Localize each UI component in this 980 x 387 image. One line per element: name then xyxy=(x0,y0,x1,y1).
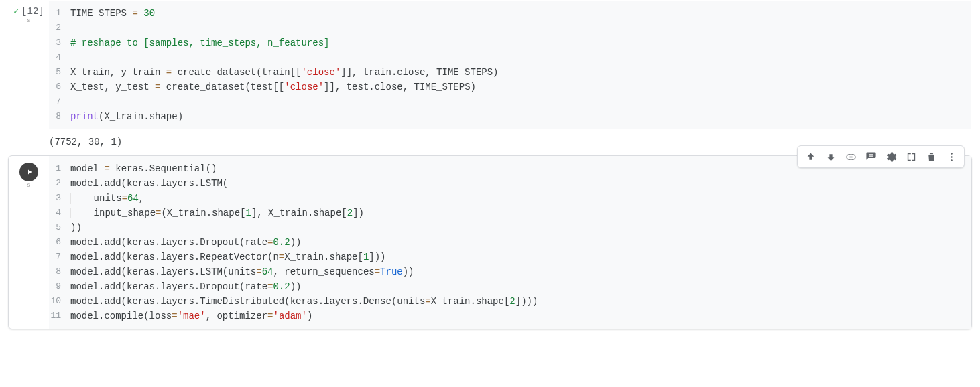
cell-toolbar xyxy=(797,145,965,168)
line-number: 3 xyxy=(49,191,70,206)
line-content[interactable]: model.add(keras.layers.Dropout(rate=0.2)… xyxy=(70,279,971,294)
code-line[interactable]: 3# reshape to [samples, time_steps, n_fe… xyxy=(49,35,971,50)
code-line[interactable]: 2 xyxy=(49,21,971,35)
svg-point-1 xyxy=(951,156,953,158)
code-cell-executed: ✓ [12] s 1TIME_STEPS = 3023# reshape to … xyxy=(8,0,972,155)
code-line[interactable]: 9model.add(keras.layers.Dropout(rate=0.2… xyxy=(49,279,971,294)
code-line[interactable]: 3 units=64, xyxy=(49,191,971,206)
exec-time: s xyxy=(27,182,30,189)
line-number: 6 xyxy=(49,235,70,250)
code-line[interactable]: 1TIME_STEPS = 30 xyxy=(49,6,971,21)
line-number: 9 xyxy=(49,279,70,294)
code-line[interactable]: 11model.compile(loss='mae', optimizer='a… xyxy=(49,309,971,323)
line-content[interactable]: model.add(keras.layers.TimeDistributed(k… xyxy=(70,294,971,309)
line-content[interactable]: X_train, y_train = create_dataset(train[… xyxy=(70,65,971,80)
move-down-button[interactable] xyxy=(820,147,841,166)
line-number: 2 xyxy=(49,21,70,35)
code-line[interactable]: 5)) xyxy=(49,220,971,235)
link-button[interactable] xyxy=(841,147,861,166)
code-line[interactable]: 8print(X_train.shape) xyxy=(49,109,971,124)
svg-point-0 xyxy=(951,153,953,155)
line-number: 1 xyxy=(49,161,70,176)
line-content[interactable]: model.add(keras.layers.LSTM(units=64, re… xyxy=(70,264,971,279)
cell-gutter: s xyxy=(9,156,49,189)
line-number: 8 xyxy=(49,109,70,124)
code-line[interactable]: 2model.add(keras.layers.LSTM( xyxy=(49,176,971,191)
line-content[interactable]: input_shape=(X_train.shape[1], X_train.s… xyxy=(70,206,971,220)
line-number: 2 xyxy=(49,176,70,191)
code-line[interactable]: 7 xyxy=(49,94,971,109)
line-number: 7 xyxy=(49,94,70,109)
line-content[interactable]: print(X_train.shape) xyxy=(70,109,971,124)
code-editor[interactable]: 1model = keras.Sequential()2model.add(ke… xyxy=(49,156,971,329)
code-line[interactable]: 4 input_shape=(X_train.shape[1], X_train… xyxy=(49,206,971,220)
ruler-line xyxy=(609,6,609,124)
code-line[interactable]: 6X_test, y_test = create_dataset(test[['… xyxy=(49,80,971,94)
run-button[interactable] xyxy=(19,163,38,181)
line-number: 4 xyxy=(49,206,70,220)
code-cell-active: s 1model = keras.Sequential()2model.add(… xyxy=(8,155,972,329)
line-content[interactable]: )) xyxy=(70,220,971,235)
code-line[interactable]: 6model.add(keras.layers.Dropout(rate=0.2… xyxy=(49,235,971,250)
line-content[interactable]: TIME_STEPS = 30 xyxy=(70,6,971,21)
settings-button[interactable] xyxy=(881,147,901,166)
code-editor[interactable]: 1TIME_STEPS = 3023# reshape to [samples,… xyxy=(49,1,971,129)
code-line[interactable]: 10model.add(keras.layers.TimeDistributed… xyxy=(49,294,971,309)
line-content[interactable]: model.add(keras.layers.Dropout(rate=0.2)… xyxy=(70,235,971,250)
line-number: 4 xyxy=(49,50,70,65)
line-number: 5 xyxy=(49,220,70,235)
line-number: 6 xyxy=(49,80,70,94)
line-number: 8 xyxy=(49,264,70,279)
line-content[interactable]: model.add(keras.layers.LSTM( xyxy=(70,176,971,191)
notebook-container: ✓ [12] s 1TIME_STEPS = 3023# reshape to … xyxy=(0,0,980,337)
move-up-button[interactable] xyxy=(800,147,820,166)
play-icon xyxy=(25,168,34,176)
line-number: 5 xyxy=(49,65,70,80)
line-number: 1 xyxy=(49,6,70,21)
code-line[interactable]: 8model.add(keras.layers.LSTM(units=64, r… xyxy=(49,264,971,279)
line-content[interactable]: X_test, y_test = create_dataset(test[['c… xyxy=(70,80,971,94)
line-content[interactable] xyxy=(70,50,971,65)
exec-indicator[interactable]: ✓ [12] xyxy=(13,6,44,17)
exec-time: s xyxy=(27,17,30,24)
exec-count: [12] xyxy=(21,6,44,17)
line-content[interactable]: model.compile(loss='mae', optimizer='ada… xyxy=(70,309,971,323)
line-content[interactable] xyxy=(70,21,971,35)
line-content[interactable]: # reshape to [samples, time_steps, n_fea… xyxy=(70,35,971,50)
more-button[interactable] xyxy=(941,147,961,166)
mirror-button[interactable] xyxy=(901,147,921,166)
line-number: 7 xyxy=(49,250,70,264)
line-number: 11 xyxy=(49,309,70,323)
code-line[interactable]: 5X_train, y_train = create_dataset(train… xyxy=(49,65,971,80)
delete-button[interactable] xyxy=(921,147,941,166)
line-content[interactable]: units=64, xyxy=(70,191,971,206)
comment-button[interactable] xyxy=(861,147,881,166)
code-line[interactable]: 7model.add(keras.layers.RepeatVector(n=X… xyxy=(49,250,971,264)
line-content[interactable] xyxy=(70,94,971,109)
svg-point-2 xyxy=(951,159,953,161)
line-content[interactable]: model.add(keras.layers.RepeatVector(n=X_… xyxy=(70,250,971,264)
ruler-line xyxy=(609,161,609,323)
cell-gutter: ✓ [12] s xyxy=(9,1,49,24)
line-number: 3 xyxy=(49,35,70,50)
check-icon: ✓ xyxy=(13,6,19,17)
line-number: 10 xyxy=(49,294,70,309)
code-line[interactable]: 4 xyxy=(49,50,971,65)
